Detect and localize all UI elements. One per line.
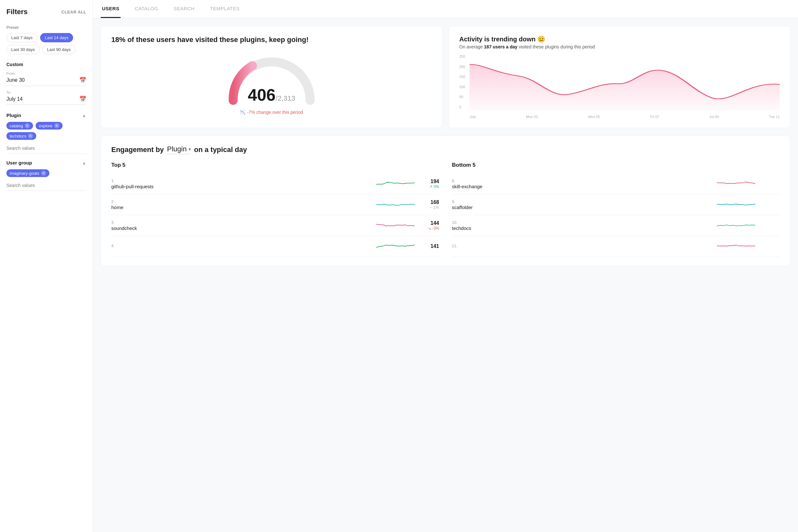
plugin-tag-techdocs: techdocs ✕ xyxy=(6,132,36,140)
sparkline-9 xyxy=(717,199,755,210)
cards-row: 18% of these users have visited these pl… xyxy=(101,26,790,128)
lists-grid: Top 5 1. github-pull-requests 194 ↗ 3% xyxy=(111,162,780,257)
to-label: To: xyxy=(6,91,86,94)
trend-sub-highlight: 187 users a day xyxy=(484,44,517,50)
usergroup-tag-imaginary-goats-remove[interactable]: ✕ xyxy=(41,171,46,176)
from-input-row: June 30 📅 xyxy=(6,77,86,86)
gauge-numbers: 406/2,313 xyxy=(248,87,296,103)
chart-xaxis: July Mon 03 Wed 05 Fri 07 Jul 09 Tue 11 xyxy=(470,115,780,119)
engagement-header: Engagement by Plugin ▾ on a typical day xyxy=(111,145,780,154)
list-item: 11. xyxy=(452,236,780,257)
tab-catalog[interactable]: CATALOG xyxy=(133,0,159,18)
list-item: 3. soundcheck 144 ↘ -3% xyxy=(111,215,439,236)
main-content: USERS CATALOG SEARCH TEMPLATES 18% of th… xyxy=(93,0,798,532)
trend-chart-svg xyxy=(470,55,780,111)
gauge-change-text: -7% change over this period xyxy=(247,110,303,115)
clear-all-button[interactable]: CLEAR ALL xyxy=(61,10,86,15)
engagement-prefix: Engagement by xyxy=(111,146,164,154)
sidebar-title: Filters xyxy=(6,8,27,16)
sparkline-8 xyxy=(717,178,755,190)
chart-yaxis: 250 200 150 100 50 0 xyxy=(459,55,470,109)
gauge-main-number: 406 xyxy=(248,86,276,104)
to-calendar-icon[interactable]: 📅 xyxy=(79,96,86,102)
usergroup-chevron-icon[interactable]: ▲ xyxy=(82,160,86,166)
sparkline-3 xyxy=(376,220,415,231)
engagement-dropdown[interactable]: Plugin ▾ xyxy=(167,145,191,154)
tab-users[interactable]: USERS xyxy=(101,0,120,18)
plugin-tag-explore: explore ✕ xyxy=(36,122,62,130)
sidebar: Filters CLEAR ALL Preset Last 7 days Las… xyxy=(0,0,93,532)
from-label: From: xyxy=(6,72,86,75)
engagement-card: Engagement by Plugin ▾ on a typical day … xyxy=(101,136,790,266)
list-item: 10. techdocs xyxy=(452,215,780,236)
sparkline-11 xyxy=(717,241,755,252)
preset-last-30[interactable]: Last 30 days xyxy=(6,45,40,54)
gauge-card: 18% of these users have visited these pl… xyxy=(101,26,442,128)
to-input-row: July 14 📅 xyxy=(6,96,86,105)
preset-last-7[interactable]: Last 7 days xyxy=(6,33,38,42)
list-item: 9. scaffolder xyxy=(452,194,780,215)
from-calendar-icon[interactable]: 📅 xyxy=(79,77,86,84)
top5-section: Top 5 1. github-pull-requests 194 ↗ 3% xyxy=(111,162,439,257)
sparkline-4 xyxy=(376,241,415,252)
chart-area: 250 200 150 100 50 0 xyxy=(459,55,780,119)
custom-section: Custom From: June 30 📅 To: July 14 📅 xyxy=(6,62,86,105)
to-date-value: July 14 xyxy=(6,96,23,102)
sparkline-10 xyxy=(717,220,755,231)
chevron-down-icon: ▾ xyxy=(189,147,191,152)
plugin-filter-section: Plugin ▲ catalog ✕ explore ✕ techdocs ✕ xyxy=(6,113,86,154)
list-item: 2. home 168 → 1% xyxy=(111,194,439,215)
plugin-tag-techdocs-remove[interactable]: ✕ xyxy=(28,133,33,138)
usergroup-filter-section: User group ▲ imaginary-goats ✕ xyxy=(6,160,86,191)
sparkline-1 xyxy=(376,178,415,190)
sidebar-header: Filters CLEAR ALL xyxy=(6,8,86,16)
usergroup-tag-imaginary-goats: imaginary-goats ✕ xyxy=(6,169,50,177)
plugin-tag-catalog: catalog ✕ xyxy=(6,122,33,130)
tabs-bar: USERS CATALOG SEARCH TEMPLATES xyxy=(93,0,798,18)
preset-label: Preset xyxy=(6,25,86,30)
preset-last-14[interactable]: Last 14 days xyxy=(40,33,73,42)
usergroup-tags-row: imaginary-goats ✕ xyxy=(6,169,86,177)
gauge-change-arrow-icon: 📉 xyxy=(240,110,245,115)
preset-buttons: Last 7 days Last 14 days Last 30 days La… xyxy=(6,33,86,54)
engagement-by-label: Plugin xyxy=(167,145,187,153)
chart-svg-container xyxy=(470,55,780,111)
to-date-field: To: July 14 📅 xyxy=(6,91,86,105)
trend-sub-prefix: On average xyxy=(459,44,484,50)
usergroup-filter-header: User group ▲ xyxy=(6,160,86,166)
usergroup-search-input[interactable] xyxy=(6,180,86,191)
from-date-value: June 30 xyxy=(6,77,25,83)
trend-card: Activity is trending down 😐 On average 1… xyxy=(449,26,790,128)
list-item: 4. 141 xyxy=(111,236,439,257)
engagement-suffix: on a typical day xyxy=(194,146,247,154)
gauge-svg-wrap: 406/2,313 xyxy=(227,52,317,107)
bottom5-title: Bottom 5 xyxy=(452,162,780,168)
tab-search[interactable]: SEARCH xyxy=(172,0,196,18)
list-item: 1. github-pull-requests 194 ↗ 3% xyxy=(111,173,439,194)
gauge-change: 📉 -7% change over this period xyxy=(240,110,303,115)
custom-label: Custom xyxy=(6,62,86,67)
usergroup-filter-title: User group xyxy=(6,160,32,166)
trend-sub: On average 187 users a day visited these… xyxy=(459,44,780,50)
plugin-filter-header: Plugin ▲ xyxy=(6,113,86,118)
gauge-headline: 18% of these users have visited these pl… xyxy=(111,35,308,44)
trend-headline: Activity is trending down 😐 xyxy=(459,35,780,43)
list-item: 8. skill-exchange xyxy=(452,173,780,194)
gauge-total: /2,313 xyxy=(276,94,295,102)
content-area: 18% of these users have visited these pl… xyxy=(93,18,798,274)
tab-templates[interactable]: TEMPLATES xyxy=(209,0,241,18)
from-date-field: From: June 30 📅 xyxy=(6,72,86,86)
preset-last-90[interactable]: Last 90 days xyxy=(42,45,76,54)
top5-title: Top 5 xyxy=(111,162,439,168)
plugin-tag-catalog-remove[interactable]: ✕ xyxy=(25,123,30,128)
plugin-tag-explore-remove[interactable]: ✕ xyxy=(54,123,59,128)
bottom5-section: Bottom 5 8. skill-exchange xyxy=(452,162,780,257)
gauge-container: 406/2,313 📉 -7% change over this period xyxy=(111,52,432,115)
trend-sub-suffix: visited these plugins during this period xyxy=(517,44,595,50)
plugin-tags-row: catalog ✕ explore ✕ techdocs ✕ xyxy=(6,122,86,140)
plugin-search-input[interactable] xyxy=(6,143,86,154)
plugin-chevron-icon[interactable]: ▲ xyxy=(82,113,86,118)
sparkline-2 xyxy=(376,199,415,210)
plugin-filter-title: Plugin xyxy=(6,113,21,118)
